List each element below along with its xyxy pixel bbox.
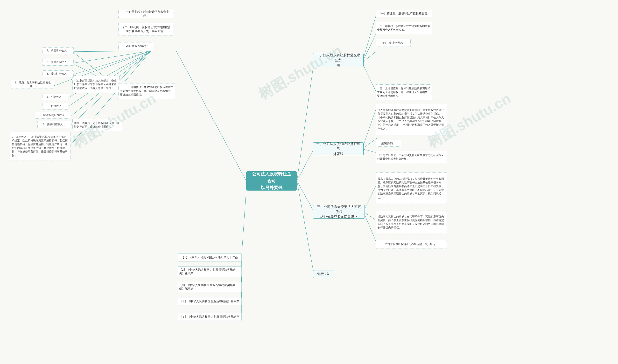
business-tax-label: （一）营业税：股权转让不征收营业税。 [121,10,172,18]
node-income8: 8、接受捐赠收入； [37,121,71,128]
svg-line-6 [362,51,376,63]
node-detail-needed: 是需要的： [376,140,401,147]
node-enterprise-law: 《企业所得税法》第六条规定，企业以货币形式和非货币形式从各种来源取得的收入，为收… [72,76,120,93]
svg-line-2 [297,181,314,211]
enterprise-law-label: 《企业所得税法》第六条规定，企业以货币形式和非货币形式从各种来源取得的收入，为收… [74,79,118,90]
stamp-duty-label: （二）印花税：股权转让双方均需按合同所载金额万分之五各自贴花。 [121,25,172,33]
svg-line-7 [362,63,376,93]
svg-line-4 [362,13,376,63]
connector-lines [0,0,618,364]
node-income3: 3、转让财产收入； [42,70,74,77]
svg-line-8 [362,107,376,149]
node-fee-business: （一）营业税：股权转让不征收营业税。 [376,10,432,17]
node-refs-label: 引用法条 [313,270,333,278]
node-income1: 1、销售货物收入； [42,47,74,54]
node-ref3: 【3】《中华人民共和国企业所得税法实施条例》第三条 [178,282,242,292]
svg-line-0 [297,63,314,181]
svg-line-23 [69,51,151,147]
node-ref1: 【1】《中华人民共和国公司法》第七十二条 [178,253,242,261]
node-income6: 6、租金收入； [42,103,69,109]
svg-line-13 [363,211,376,243]
svg-line-1 [297,149,314,181]
svg-line-16 [72,51,151,63]
node-income5: 5、利息收入； [42,94,69,100]
svg-line-11 [363,184,376,211]
node-ref2: 【2】《中华人民共和国企业所得税法实施条例》第六条 [178,266,242,277]
svg-line-9 [362,138,376,149]
land-vat-label: （三）土地增值税：如果转让的股权表现形式主要为土地使用权、地上建筑物及附着物的，… [120,85,173,96]
node-income7: 7、特许权使用费收入； [35,112,71,119]
mindmap-canvas: 树图.shutu.cn 树图.shutu.cn 树图.shutu.cn [0,0,618,364]
node-income9: 9、其他收入。《企业所得税法实施条例》第六条规定，企业所得税法第三条所称所得，包… [10,132,70,160]
node-fee-landvat: （三）土地增值税：如果转让的股权表现形式主要为土地使用权、地上建筑物及附着物的，… [376,84,432,100]
node-detail-company-law: 《公司法》第七十二条有限责任公司的股东之间可以相互转让其全部或者部分股权。 [376,151,447,163]
node-right-main3: 三、公司股东会变更法人变更股权 转让都需要股东同意吗？ [313,205,365,219]
node-detail-sh1: 股东向股东以外的人转让股权，应当经其他股东过半数同意。股东应就其股权转让事项书面… [376,172,447,204]
node-fee-enterprise: （四）企业所得税： [376,39,411,47]
svg-line-5 [362,33,376,63]
node-conclude: 根据上述规定，对于股权转让应属于转让财产所得，应缴纳企业所得税。 [72,119,122,131]
svg-line-14 [176,51,246,181]
svg-line-15 [72,51,151,52]
node-income4: 4、股息、红利等权益性投资收益； [11,80,54,89]
node-right-main2: 一、公司法人股权转让是否可另 外要钱 [313,142,363,155]
svg-line-27 [242,191,246,258]
node-income2: 2、提供劳务收入； [42,59,74,65]
node-land-vat: （三）土地增值税：如果转让的股权表现形式主要为土地使用权、地上建筑物及附着物的，… [118,83,175,99]
watermark-2: 树图.shutu.cn [255,41,346,104]
node-enterprise-tax: （四）企业所得税： [118,42,153,50]
svg-line-17 [72,51,151,75]
node-ref5: 【5】《中华人民共和国企业所得税法实施条例 [178,313,242,321]
node-detail-money: 法人股东转让股权需要交企业所得税。企业股权投资转让所得应并入企业的应纳税所得，依… [376,104,447,135]
center-label: 公司法人股权转让是否可 以另外要钱 [251,170,292,191]
svg-line-10 [362,149,376,153]
svg-line-12 [363,211,376,221]
enterprise-tax-label: （四）企业所得税： [123,44,149,48]
node-right-main1: 二、法人股东转让股权需交哪些费 用 [313,53,363,67]
node-fee-stamp: （二）印花税：股权转让双方均需按合同所载金额万分之五各自贴花。 [376,22,432,34]
node-ref4: 【4】《中华人民共和国企业所得税法》第六条 [178,297,242,305]
svg-line-3 [297,181,314,274]
node-business-tax: （一）营业税：股权转让不征收营业税。 [118,10,174,18]
node-detail-sh3: 公司章程对股权转让另有规定的，从其规定。 [376,240,447,248]
center-node: 公司法人股权转让是否可 以另外要钱 [246,171,297,191]
node-stamp-duty: （二）印花税：股权转让双方均需按合同所载金额万分之五各自贴花。 [118,23,174,36]
node-detail-sh2: 经股东同意转让的股权，在同等条件下，其他股东有优先购买权。两个以上股东主张行使优… [376,211,447,233]
